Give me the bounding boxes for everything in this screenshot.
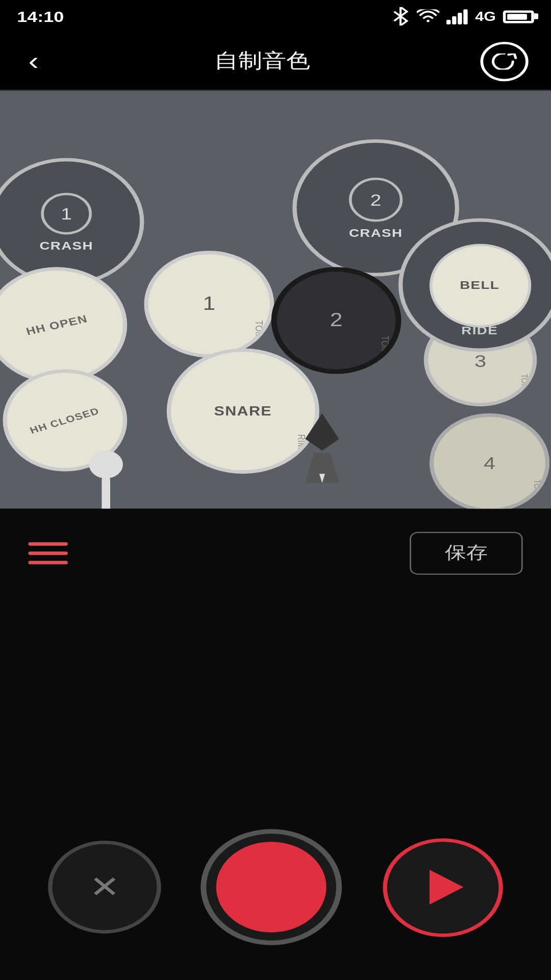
- controls-top: 保存: [28, 532, 522, 575]
- ride-label: RIDE: [461, 324, 498, 337]
- record-button[interactable]: [202, 829, 343, 945]
- crash2-number: 2: [370, 190, 382, 208]
- ride-pad[interactable]: BELL RIDE: [398, 218, 551, 352]
- save-button[interactable]: 保存: [410, 532, 523, 575]
- crash1-label: CRASH: [39, 238, 93, 251]
- snare-pad[interactable]: SNARE RIM: [167, 348, 319, 474]
- menu-line-3: [28, 561, 68, 565]
- tom1-pad[interactable]: 1 TOM: [144, 251, 274, 357]
- crash1-number: 1: [61, 204, 72, 222]
- pedal-icon: [299, 413, 345, 483]
- tom2-pad[interactable]: 2 TOM: [271, 267, 402, 374]
- record-inner-dot: [217, 842, 327, 932]
- svg-rect-1: [102, 476, 110, 509]
- hh-open-label: HH OPEN: [24, 313, 89, 337]
- crash2-label: CRASH: [349, 226, 403, 238]
- confirm-icon: [492, 53, 517, 69]
- status-bar: 14:10 4G: [0, 0, 551, 33]
- svg-marker-2: [305, 413, 339, 451]
- menu-button[interactable]: [28, 542, 68, 564]
- menu-line-1: [28, 542, 68, 546]
- play-button[interactable]: [383, 838, 503, 936]
- tom3-number: 3: [474, 350, 486, 370]
- time-display: 14:10: [17, 8, 64, 25]
- tom4-number: 4: [484, 453, 495, 473]
- tom2-label: TOM: [380, 335, 390, 353]
- confirm-button[interactable]: [480, 41, 528, 81]
- cancel-button[interactable]: ✕: [48, 841, 162, 934]
- tom4-label: TOM: [533, 479, 541, 495]
- tom4-pad[interactable]: 4 TOM: [430, 413, 549, 509]
- menu-line-2: [28, 552, 68, 555]
- page-title: 自制音色: [214, 47, 310, 74]
- tom1-number: 1: [203, 294, 216, 315]
- controls-area: 保存 ✕: [0, 508, 551, 980]
- network-label: 4G: [475, 9, 496, 23]
- tom2-number: 2: [330, 310, 343, 331]
- drum-kit-area: 1 CRASH 2 CRASH HH OPEN HH CLOSED 1 TOM …: [0, 90, 551, 508]
- hh-closed-label: HH CLOSED: [29, 405, 102, 435]
- tom1-label: TOM: [254, 320, 264, 338]
- signal-icon: [447, 9, 468, 24]
- snare-label: SNARE: [214, 404, 272, 418]
- header: ‹ 自制音色: [0, 33, 551, 91]
- status-icons: 4G: [392, 7, 534, 26]
- back-button[interactable]: ‹: [22, 41, 44, 81]
- tom3-label: TOM: [520, 374, 529, 389]
- bell-label: BELL: [460, 279, 499, 291]
- hh-open-pad[interactable]: HH OPEN: [0, 267, 127, 383]
- wifi-icon: [417, 9, 440, 23]
- cancel-icon: ✕: [89, 869, 120, 905]
- controls-bottom: ✕: [28, 829, 522, 945]
- crash1-pad[interactable]: 1 CRASH: [0, 158, 144, 285]
- battery-icon: [503, 10, 534, 22]
- bluetooth-icon: [392, 7, 410, 26]
- bell-pad[interactable]: BELL: [429, 243, 530, 327]
- hh-stick: [78, 451, 134, 509]
- svg-point-0: [89, 451, 122, 479]
- kick-pedal[interactable]: [299, 413, 345, 483]
- play-icon: [429, 870, 463, 904]
